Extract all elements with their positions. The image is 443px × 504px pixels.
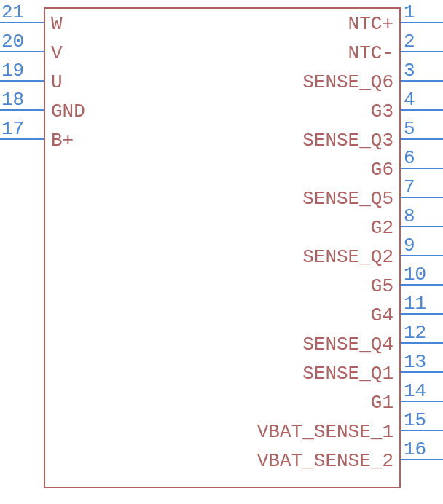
schematic-symbol: 21W20V19U18GND17B+1NTC+2NTC-3SENSE_Q64G3… (0, 0, 443, 504)
pin-label-left: U (51, 73, 63, 92)
pin-number: 3 (404, 61, 415, 80)
pin-label-right: NTC+ (348, 15, 393, 34)
pin-label-right: VBAT_SENSE_2 (257, 452, 393, 470)
pin-number: 12 (404, 323, 426, 342)
pin-number: 10 (404, 265, 426, 284)
pin-label-left: W (51, 15, 63, 34)
pin-number: 16 (404, 440, 426, 459)
pin-number: 20 (1, 32, 24, 51)
pin-label-left: B+ (51, 131, 74, 150)
pin-label-right: G5 (371, 277, 393, 296)
pin-number: 7 (404, 178, 415, 197)
pin-label-right: G3 (371, 102, 393, 121)
pin-number: 18 (1, 90, 24, 109)
pin-number: 8 (404, 207, 415, 226)
pin-label-right: G2 (371, 218, 393, 237)
pin-number: 1 (404, 3, 415, 22)
pin-label-right: SENSE_Q5 (302, 189, 393, 208)
pin-number: 5 (404, 119, 415, 138)
pin-number: 19 (1, 61, 24, 80)
pin-label-left: GND (51, 102, 85, 121)
pin-number: 6 (404, 149, 415, 168)
pin-label-right: VBAT_SENSE_1 (257, 422, 393, 441)
pin-number: 13 (404, 353, 426, 371)
pin-number: 9 (404, 236, 415, 255)
pin-label-right: SENSE_Q3 (302, 131, 393, 150)
pin-number: 14 (404, 382, 426, 401)
pin-number: 11 (404, 294, 426, 313)
pin-label-left: V (51, 44, 63, 63)
pin-number: 2 (404, 32, 415, 51)
pin-label-right: SENSE_Q2 (302, 248, 393, 267)
pin-label-right: SENSE_Q4 (302, 335, 393, 354)
pin-number: 21 (1, 3, 24, 22)
pin-number: 17 (1, 119, 24, 138)
pin-number: 4 (404, 90, 415, 109)
pin-label-right: NTC- (348, 44, 393, 63)
pin-label-right: G4 (371, 306, 393, 325)
pin-label-right: SENSE_Q6 (302, 73, 393, 92)
pin-label-right: SENSE_Q1 (302, 364, 393, 383)
pin-number: 15 (404, 411, 426, 430)
pin-label-right: G6 (371, 160, 393, 179)
pin-label-right: G1 (371, 393, 393, 412)
